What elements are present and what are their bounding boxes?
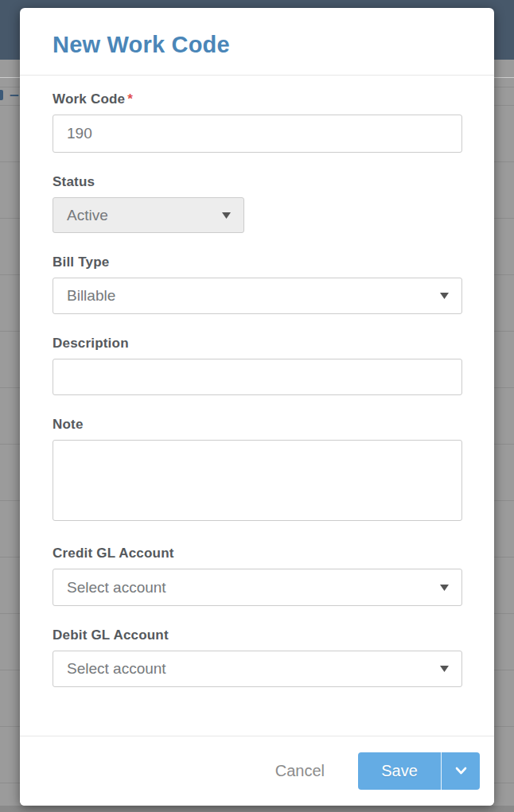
bill-type-select[interactable]: Billable: [53, 278, 462, 314]
dropdown-caret-icon: [222, 212, 231, 219]
credit-gl-account-group: Credit GL Account Select account: [53, 546, 462, 606]
debit-gl-account-group: Debit GL Account Select account: [53, 627, 462, 687]
partial-letter: [0, 90, 3, 100]
credit-gl-account-select[interactable]: Select account: [53, 569, 462, 606]
description-group: Description: [53, 336, 462, 395]
debit-gl-account-placeholder: Select account: [67, 660, 166, 678]
credit-gl-account-placeholder: Select account: [67, 579, 166, 596]
status-select: Active: [53, 197, 244, 233]
note-group: Note: [53, 417, 462, 524]
description-input[interactable]: [53, 359, 462, 395]
dropdown-caret-icon: [440, 585, 449, 591]
cancel-button[interactable]: Cancel: [275, 762, 325, 780]
credit-gl-account-label: Credit GL Account: [53, 546, 462, 561]
bill-type-label: Bill Type: [53, 254, 462, 270]
dialog-footer: Cancel Save: [20, 736, 494, 806]
status-selected-value: Active: [67, 207, 108, 224]
chevron-down-icon: [455, 765, 467, 777]
save-button[interactable]: Save: [358, 752, 441, 790]
dialog-header: New Work Code: [20, 8, 494, 76]
dialog-title: New Work Code: [53, 32, 494, 58]
note-label: Note: [53, 417, 462, 433]
new-work-code-dialog: New Work Code Work Code* Status Active B…: [20, 8, 494, 806]
debit-gl-account-label: Debit GL Account: [53, 627, 462, 643]
dropdown-caret-icon: [440, 666, 449, 672]
status-label: Status: [53, 174, 462, 190]
required-asterisk: *: [127, 91, 133, 107]
dialog-body: Work Code* Status Active Bill Type Billa…: [20, 76, 494, 687]
dropdown-caret-icon: [440, 293, 449, 299]
note-textarea[interactable]: [53, 440, 462, 521]
work-code-label: Work Code*: [53, 91, 462, 107]
work-code-group: Work Code*: [53, 91, 462, 153]
debit-gl-account-select[interactable]: Select account: [53, 651, 462, 687]
background-page-title-fragment: –: [0, 84, 19, 103]
status-group: Status Active: [53, 174, 462, 233]
fragment-dash: –: [10, 84, 19, 103]
bill-type-group: Bill Type Billable: [53, 254, 462, 314]
save-split-button: Save: [358, 752, 480, 790]
save-dropdown-toggle[interactable]: [441, 752, 480, 790]
modal-shadow-strip: [0, 806, 514, 812]
bill-type-selected-value: Billable: [67, 287, 115, 305]
description-label: Description: [53, 336, 462, 352]
work-code-input[interactable]: [53, 115, 462, 153]
